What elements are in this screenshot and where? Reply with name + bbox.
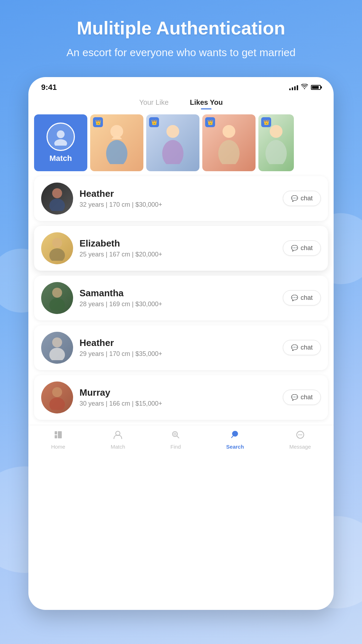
svg-point-17 xyxy=(49,348,65,360)
svg-point-8 xyxy=(270,125,283,138)
chat-bubble-icon-1: 💬 xyxy=(291,245,298,251)
page-subtitle: An escort for everyone who wants to get … xyxy=(14,45,348,59)
svg-point-5 xyxy=(162,140,183,164)
home-icon xyxy=(54,430,63,442)
match-card[interactable]: Match xyxy=(34,114,87,171)
svg-point-3 xyxy=(106,140,127,164)
chat-bubble-icon-0: 💬 xyxy=(291,195,298,202)
chat-button-2[interactable]: 💬 chat xyxy=(283,290,321,305)
crown-badge-2: 👑 xyxy=(149,117,159,127)
user-info-3: Heather 29 years | 170 cm | $35,000+ xyxy=(79,337,283,358)
chat-bubble-icon-4: 💬 xyxy=(291,394,298,401)
header: Mulitiple Authentication An escort for e… xyxy=(0,0,362,70)
chat-button-0[interactable]: 💬 chat xyxy=(283,191,321,206)
tab-your-like[interactable]: Your Like xyxy=(139,98,169,109)
user-details-2: 28 years | 169 cm | $30,000+ xyxy=(79,301,283,308)
user-avatar-4 xyxy=(41,381,73,413)
crown-badge-3: 👑 xyxy=(205,117,215,127)
chat-button-1[interactable]: 💬 chat xyxy=(283,240,321,256)
crown-badge-1: 👑 xyxy=(93,117,103,127)
svg-point-13 xyxy=(49,248,65,261)
user-info-4: Murray 30 years | 166 cm | $15,000+ xyxy=(79,387,283,407)
user-avatar-1 xyxy=(41,232,73,264)
svg-point-16 xyxy=(52,337,62,347)
status-time: 9:41 xyxy=(41,83,57,92)
signal-icon xyxy=(289,85,298,90)
chat-bubble-icon-2: 💬 xyxy=(291,294,298,301)
user-name-1: Elizabeth xyxy=(79,238,283,249)
user-card-4: Murray 30 years | 166 cm | $15,000+ 💬 ch… xyxy=(34,375,328,420)
nav-item-match[interactable]: Match xyxy=(111,430,125,450)
svg-point-18 xyxy=(52,387,62,397)
profile-photo-3[interactable]: 👑 xyxy=(202,114,256,171)
wifi-icon xyxy=(301,84,308,91)
nav-label-home: Home xyxy=(51,444,65,450)
user-info-1: Elizabeth 25 years | 167 cm | $20,000+ xyxy=(79,238,283,258)
nav-item-home[interactable]: Home xyxy=(51,430,65,450)
user-card-3: Heather 29 years | 170 cm | $35,000+ 💬 c… xyxy=(34,325,328,370)
status-icons xyxy=(289,84,321,91)
svg-point-11 xyxy=(49,199,65,211)
chat-button-3[interactable]: 💬 chat xyxy=(283,340,321,355)
match-label: Match xyxy=(49,154,72,163)
profile-photo-2[interactable]: 👑 xyxy=(146,114,199,171)
user-name-0: Heather xyxy=(79,188,283,199)
nav-item-message[interactable]: Message xyxy=(289,430,311,450)
message-icon xyxy=(296,430,305,442)
nav-item-find[interactable]: Find xyxy=(170,430,181,450)
crown-badge-4: 👑 xyxy=(261,117,271,127)
user-details-0: 32 years | 170 cm | $30,000+ xyxy=(79,201,283,209)
user-avatar-0 xyxy=(41,183,73,215)
user-name-4: Murray xyxy=(79,387,283,398)
nav-label-find: Find xyxy=(170,444,181,450)
profile-row: Match 👑 👑 👑 xyxy=(28,109,334,176)
profile-photo-4[interactable]: 👑 xyxy=(258,114,294,171)
chat-bubble-icon-3: 💬 xyxy=(291,344,298,351)
find-icon xyxy=(171,430,180,442)
svg-point-9 xyxy=(265,140,287,164)
svg-rect-21 xyxy=(55,435,57,438)
nav-label-match: Match xyxy=(111,444,125,450)
user-avatar-2 xyxy=(41,282,73,314)
user-name-2: Samantha xyxy=(79,288,283,299)
bottom-nav: Home Match Find xyxy=(28,425,334,457)
match-avatar xyxy=(46,123,75,151)
nav-label-message: Message xyxy=(289,444,311,450)
user-card-1: Elizabeth 25 years | 167 cm | $20,000+ 💬… xyxy=(34,226,328,271)
user-card-0: Heather 32 years | 170 cm | $30,000+ 💬 c… xyxy=(34,176,328,221)
battery-icon xyxy=(311,85,321,90)
user-name-3: Heather xyxy=(79,337,283,348)
svg-point-19 xyxy=(49,397,65,410)
user-avatar-3 xyxy=(41,332,73,364)
user-details-3: 29 years | 170 cm | $35,000+ xyxy=(79,350,283,358)
profile-photo-1[interactable]: 👑 xyxy=(90,114,143,171)
user-card-2: Samantha 28 years | 169 cm | $30,000+ 💬 … xyxy=(34,276,328,320)
svg-point-6 xyxy=(223,125,235,138)
svg-point-28 xyxy=(300,434,301,435)
user-info-0: Heather 32 years | 170 cm | $30,000+ xyxy=(79,188,283,209)
svg-point-29 xyxy=(301,434,302,435)
chat-button-4[interactable]: 💬 chat xyxy=(283,390,321,405)
tab-likes-you[interactable]: Likes You xyxy=(190,98,223,109)
match-icon xyxy=(113,430,122,442)
svg-point-10 xyxy=(52,188,62,198)
svg-point-12 xyxy=(52,238,62,248)
svg-point-7 xyxy=(218,140,240,164)
nav-item-search[interactable]: Search xyxy=(226,430,244,450)
svg-rect-22 xyxy=(58,431,62,438)
user-details-4: 30 years | 166 cm | $15,000+ xyxy=(79,400,283,407)
svg-point-14 xyxy=(52,288,62,298)
svg-point-15 xyxy=(49,298,65,310)
svg-point-1 xyxy=(54,139,67,146)
svg-point-25 xyxy=(174,433,176,435)
search-icon xyxy=(230,430,240,442)
user-list: Heather 32 years | 170 cm | $30,000+ 💬 c… xyxy=(28,176,334,420)
svg-point-0 xyxy=(57,130,65,138)
svg-rect-20 xyxy=(55,431,57,434)
nav-label-search: Search xyxy=(226,444,244,450)
phone-frame: 9:41 Your Like xyxy=(28,77,334,610)
svg-point-4 xyxy=(166,125,179,138)
svg-point-27 xyxy=(298,434,299,435)
status-bar: 9:41 xyxy=(28,77,334,95)
tab-bar: Your Like Likes You xyxy=(28,95,334,109)
